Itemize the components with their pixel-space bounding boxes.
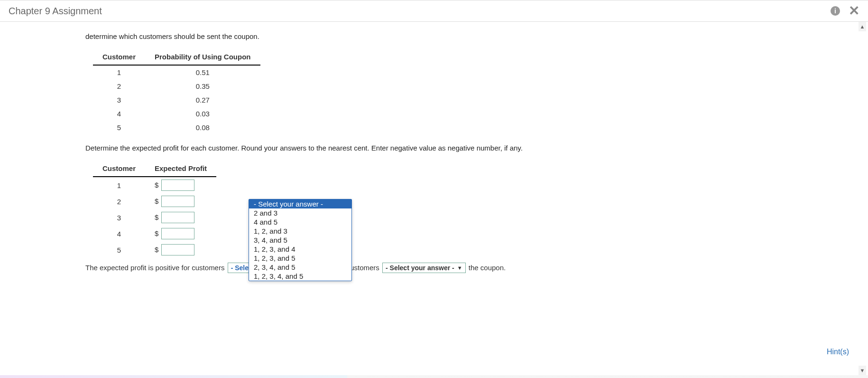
- table-row: 20.35: [93, 79, 260, 93]
- conclusion-sentence: The expected profit is positive for cust…: [85, 263, 721, 273]
- profit-input-2[interactable]: [161, 196, 194, 207]
- progress-bar: [0, 375, 868, 378]
- info-icon[interactable]: i: [831, 6, 840, 16]
- sentence-part3: the coupon.: [469, 264, 506, 272]
- question-text: Determine the expected profit for each c…: [85, 144, 721, 152]
- page-title: Chapter 9 Assignment: [9, 6, 102, 17]
- table-row: 3 $: [93, 209, 216, 226]
- table-row: 50.08: [93, 121, 260, 134]
- body: ▲ ▼ determine which customers should be …: [0, 22, 868, 375]
- table-row: 40.03: [93, 107, 260, 121]
- dropdown-option[interactable]: 2, 3, 4, and 5: [249, 263, 351, 272]
- sentence-part1: The expected profit is positive for cust…: [85, 264, 224, 272]
- dropdown-option[interactable]: - Select your answer -: [249, 199, 351, 208]
- content-scroll[interactable]: determine which customers should be sent…: [0, 22, 868, 375]
- chevron-down-icon: ▼: [457, 265, 462, 271]
- dropdown-option[interactable]: 1, 2, 3, and 4: [249, 245, 351, 254]
- probability-table: Customer Probability of Using Coupon 10.…: [93, 50, 260, 134]
- dropdown-option[interactable]: 3, 4, and 5: [249, 236, 351, 245]
- action-select[interactable]: - Select your answer - ▼: [382, 263, 466, 273]
- hints-link[interactable]: Hint(s): [827, 348, 849, 356]
- profit-input-3[interactable]: [161, 212, 194, 223]
- select-label: - Select your answer -: [386, 264, 454, 272]
- dropdown-option[interactable]: 4 and 5: [249, 217, 351, 227]
- profit-input-1[interactable]: [161, 180, 194, 191]
- dropdown-option[interactable]: 1, 2, 3, and 5: [249, 254, 351, 263]
- customers-select-dropdown: - Select your answer - 2 and 3 4 and 5 1…: [249, 199, 352, 281]
- dropdown-option[interactable]: 2 and 3: [249, 208, 351, 217]
- currency-label: $: [155, 181, 158, 189]
- table-row: 4 $: [93, 226, 216, 242]
- table-row: 5 $: [93, 242, 216, 258]
- dropdown-option[interactable]: 1, 2, 3, 4, and 5: [249, 272, 351, 281]
- profit-input-5[interactable]: [161, 244, 194, 255]
- table-row: 30.27: [93, 93, 260, 107]
- profit-input-4[interactable]: [161, 228, 194, 239]
- currency-label: $: [155, 246, 158, 254]
- close-icon[interactable]: ✕: [849, 4, 859, 18]
- header-bar: Chapter 9 Assignment i ✕: [0, 0, 868, 22]
- currency-label: $: [155, 197, 158, 205]
- col-customer: Customer: [93, 50, 145, 65]
- currency-label: $: [155, 213, 158, 221]
- app-window: Chapter 9 Assignment i ✕ ▲ ▼ determine w…: [0, 0, 868, 378]
- currency-label: $: [155, 229, 158, 237]
- expected-profit-table: Customer Expected Profit 1 $ 2 $: [93, 161, 216, 258]
- table-row: 10.51: [93, 65, 260, 79]
- table-row: 1 $: [93, 177, 216, 193]
- col-expected-profit: Expected Profit: [145, 161, 216, 177]
- content: determine which customers should be sent…: [85, 22, 721, 273]
- dropdown-option[interactable]: 1, 2, and 3: [249, 227, 351, 236]
- table-row: 2 $: [93, 193, 216, 209]
- col-customer: Customer: [93, 161, 145, 177]
- intro-text: determine which customers should be sent…: [85, 32, 721, 40]
- col-probability: Probability of Using Coupon: [145, 50, 260, 65]
